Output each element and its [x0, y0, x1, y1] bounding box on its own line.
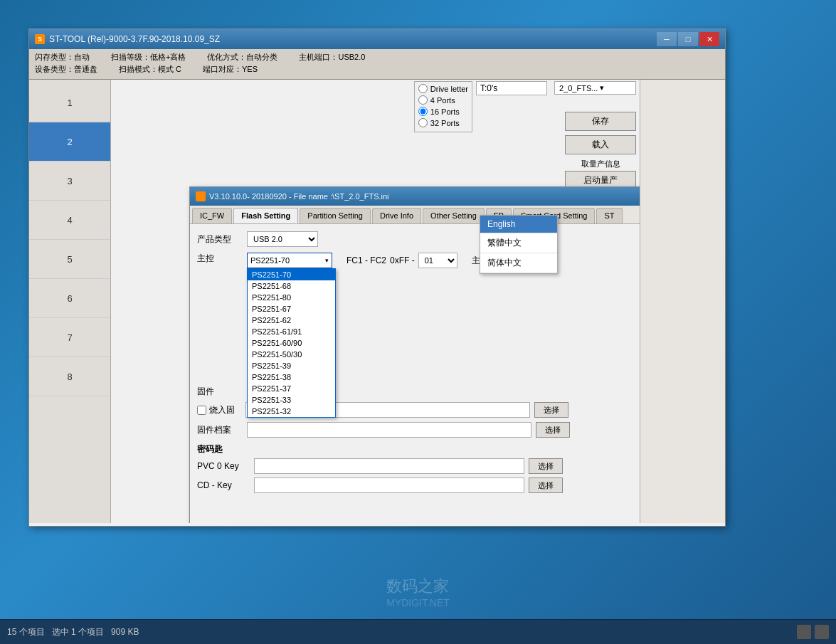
- main-content: 1 2 3 4 5 6 7 8 T:0's Drive l: [29, 80, 725, 523]
- burn-firmware-check[interactable]: 烧入固: [197, 404, 235, 416]
- firmware-label: 固件: [197, 386, 247, 398]
- tab-drive-info[interactable]: Drive Info: [372, 208, 421, 223]
- product-type-label: 产品类型: [197, 233, 247, 246]
- sub-titlebar: V3.10.10.0- 20180920 - File name :\ST_2.…: [190, 187, 640, 206]
- row-3[interactable]: 3: [29, 162, 110, 201]
- firmware-select-btn[interactable]: 选择: [534, 402, 568, 418]
- right-panel: [640, 80, 725, 523]
- t0s-display: T:0's: [476, 81, 547, 95]
- scan-level-status: 扫描等级：低格+高格: [111, 52, 186, 63]
- opt-ps2251-67[interactable]: PS2251-67: [248, 303, 335, 315]
- opt-ps2251-62[interactable]: PS2251-62: [248, 315, 335, 326]
- row-2[interactable]: 2: [29, 122, 110, 162]
- 16-ports-option[interactable]: 16 Ports: [418, 107, 468, 116]
- left-panel: 1 2 3 4 5 6 7 8: [29, 80, 111, 523]
- drive-letter-option[interactable]: Drive letter: [418, 84, 468, 93]
- load-button[interactable]: 载入: [565, 135, 636, 154]
- cd-key-label: CD - Key: [197, 480, 254, 490]
- close-button[interactable]: ✕: [699, 32, 719, 46]
- pvc-key-row: PVC 0 Key 选择: [197, 458, 640, 474]
- opt-ps2251-68[interactable]: PS2251-68: [248, 280, 335, 292]
- view-icon-1[interactable]: [797, 625, 811, 639]
- sub-title: V3.10.10.0- 20180920 - File name :\ST_2.…: [209, 192, 640, 201]
- product-type-row: 产品类型 USB 2.0 USB 3.0: [197, 231, 640, 247]
- app-icon: S: [35, 34, 45, 44]
- opt-ps2251-80[interactable]: PS2251-80: [248, 292, 335, 303]
- opt-ps2251-39[interactable]: PS2251-39: [248, 360, 335, 371]
- maximize-button[interactable]: □: [678, 32, 698, 46]
- cd-key-input[interactable]: [254, 477, 524, 493]
- cd-select-btn[interactable]: 选择: [529, 477, 563, 493]
- opt-ps2251-61-91[interactable]: PS2251-61/91: [248, 326, 335, 337]
- 4-ports-option[interactable]: 4 Ports: [418, 95, 468, 105]
- center-panel: T:0's Drive letter 4 Ports 16 Ports: [111, 80, 640, 523]
- get-production-btn-text[interactable]: 取量产信息: [565, 159, 636, 169]
- lang-popup-english[interactable]: English: [480, 216, 557, 233]
- fc-select[interactable]: 01 02: [418, 253, 457, 268]
- view-icon-2[interactable]: [815, 625, 829, 639]
- main-titlebar: S ST-TOOL (Rel)-9000-3.7F.90-2018.10.09_…: [29, 29, 725, 49]
- main-title: ST-TOOL (Rel)-9000-3.7F.90-2018.10.09_SZ: [49, 34, 655, 44]
- status-bar: 闪存类型：自动 扫描等级：低格+高格 优化方式：自动分类 主机端口：USB2.0…: [29, 49, 725, 80]
- row-4[interactable]: 4: [29, 201, 110, 240]
- product-type-select[interactable]: USB 2.0 USB 3.0: [247, 231, 318, 247]
- opt-ps2251-37[interactable]: PS2251-37: [248, 383, 335, 394]
- firmware-archive-input[interactable]: [247, 422, 531, 438]
- sub-dialog: V3.10.10.0- 20180920 - File name :\ST_2.…: [189, 186, 640, 523]
- opt-ps2251-60-90[interactable]: PS2251-60/90: [248, 337, 335, 349]
- taskbar: 15 个项目 选中 1 个项目 909 KB: [0, 619, 836, 644]
- action-buttons-panel: 保存 载入 取量产信息 启动量产: [565, 112, 636, 194]
- port-options-panel: Drive letter 4 Ports 16 Ports 32 Ports: [414, 81, 472, 132]
- cd-key-row: CD - Key 选择: [197, 477, 640, 493]
- device-type-status: 设备类型：普通盘: [35, 64, 97, 75]
- tab-other-setting[interactable]: Other Setting: [423, 208, 485, 223]
- flash-type-status: 闪存类型：自动: [35, 52, 90, 63]
- opt-ps2251-33[interactable]: PS2251-33: [248, 394, 335, 406]
- main-ctrl-dropdown-list: PS2251-70 PS2251-68 PS2251-80 PS2251-67 …: [247, 268, 336, 418]
- main-ctrl-row: 主控 PS2251-70 ▾ PS2251-70 PS2251-68 PS225…: [197, 253, 640, 268]
- optimize-status: 优化方式：自动分类: [207, 52, 277, 63]
- row-7[interactable]: 7: [29, 318, 110, 357]
- tab-partition-setting[interactable]: Partition Setting: [300, 208, 371, 223]
- opt-ps2251-32[interactable]: PS2251-32: [248, 406, 335, 417]
- 32-ports-option[interactable]: 32 Ports: [418, 118, 468, 127]
- row-8[interactable]: 8: [29, 357, 110, 396]
- language-popup: English 繁體中文 简体中文: [480, 215, 558, 274]
- pvc-key-input[interactable]: [254, 458, 524, 474]
- firmware-archive-select-btn[interactable]: 选择: [536, 422, 570, 438]
- tab-bar: IC_FW Flash Setting Partition Setting Dr…: [190, 206, 640, 224]
- selected-count: 选中 1 个项目: [52, 626, 104, 638]
- pvc-select-btn[interactable]: 选择: [529, 458, 563, 474]
- main-ctrl-dropdown-wrapper: PS2251-70 ▾ PS2251-70 PS2251-68 PS2251-8…: [247, 253, 332, 268]
- watermark: 数码之家 MYDIGIT.NET: [386, 576, 450, 608]
- password-section-header: 密码匙: [197, 443, 640, 455]
- opt-ps2251-70[interactable]: PS2251-70: [248, 269, 335, 280]
- opt-ps2251-50-30[interactable]: PS2251-50/30: [248, 349, 335, 360]
- tab-st[interactable]: ST: [596, 208, 622, 223]
- fc-hex: 0xFF -: [390, 255, 415, 265]
- lang-popup-traditional[interactable]: 繁體中文: [480, 233, 557, 253]
- row-5[interactable]: 5: [29, 240, 110, 279]
- minimize-button[interactable]: ─: [657, 32, 677, 46]
- file-dropdown[interactable]: 2_0_FTS... ▾: [554, 81, 636, 95]
- taskbar-icons: [797, 625, 829, 639]
- row-6[interactable]: 6: [29, 279, 110, 318]
- file-size: 909 KB: [111, 627, 139, 637]
- scan-mode-status: 扫描模式：模式 C: [119, 64, 181, 75]
- tab-flash-setting[interactable]: Flash Setting: [233, 208, 298, 223]
- firmware-archive-row: 固件档案 选择: [197, 422, 640, 438]
- firmware-archive-label: 固件档案: [197, 424, 247, 436]
- save-button[interactable]: 保存: [565, 112, 636, 131]
- watermark-line1: 数码之家: [386, 576, 450, 597]
- lang-popup-simplified[interactable]: 简体中文: [480, 253, 557, 273]
- row-1[interactable]: 1: [29, 83, 110, 122]
- host-port-status: 主机端口：USB2.0: [299, 52, 365, 63]
- sub-app-icon: [196, 191, 206, 201]
- main-ctrl-selected[interactable]: PS2251-70 ▾: [247, 253, 332, 268]
- port-support-status: 端口对应：YES: [203, 64, 258, 75]
- tab-ic-fw[interactable]: IC_FW: [192, 208, 232, 223]
- watermark-line2: MYDIGIT.NET: [386, 597, 450, 608]
- pvc-key-label: PVC 0 Key: [197, 461, 254, 471]
- opt-ps2251-38[interactable]: PS2251-38: [248, 371, 335, 383]
- items-count: 15 个项目: [7, 626, 45, 638]
